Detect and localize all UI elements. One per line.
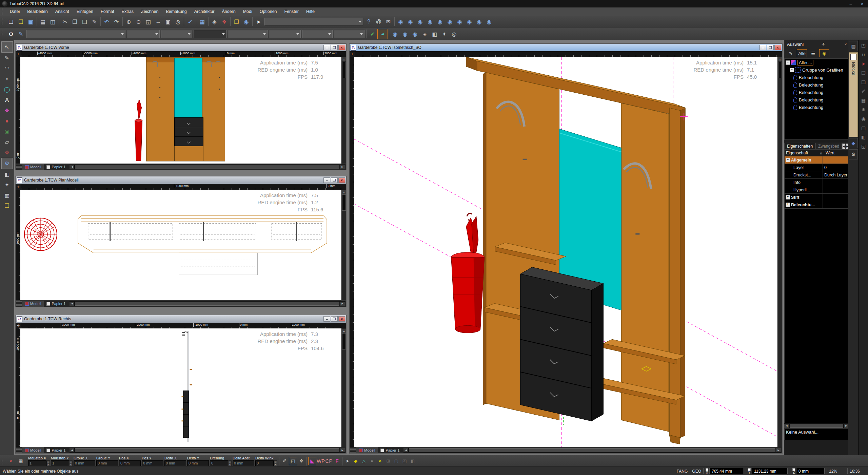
menu-optionen[interactable]: Optionen xyxy=(256,7,281,16)
open-palette-icon[interactable]: ❒ xyxy=(232,17,241,26)
scroll-thumb[interactable] xyxy=(75,165,339,169)
close-button[interactable]: × xyxy=(338,316,345,322)
edit-selection-icon[interactable]: ✎ xyxy=(786,49,796,57)
zoom-previous-icon[interactable]: ◎ xyxy=(173,17,183,26)
overlap-select-icon[interactable]: △ xyxy=(360,457,368,465)
angle-dropdown[interactable] xyxy=(302,30,333,38)
canvas-plan-view[interactable]: Application time (ms)7.5 RED engine time… xyxy=(20,190,341,300)
z-coordinate-field[interactable]: 0 mm xyxy=(796,468,825,474)
groesse-y-input[interactable]: 0 mm xyxy=(96,460,118,466)
scroll-right-icon[interactable]: ▶ xyxy=(340,302,345,306)
camera-pan-down-icon[interactable]: ◉ xyxy=(396,17,406,26)
property-group-beleuchtung[interactable]: + Beleuchtu... xyxy=(785,201,848,209)
menu-architektur[interactable]: Architektur xyxy=(191,7,218,16)
palette-tool-icon[interactable]: ❖ xyxy=(2,105,13,116)
camera-position-icon[interactable]: ◉ xyxy=(390,29,400,39)
spinner[interactable]: ▲▼ xyxy=(228,460,232,466)
mail-icon[interactable]: ✉ xyxy=(383,17,393,26)
close-button[interactable]: × xyxy=(338,177,345,183)
tab-modell[interactable]: Modell xyxy=(22,447,44,453)
at-symbol-icon[interactable]: @ xyxy=(374,17,383,26)
select-pointer-icon[interactable]: ➤ xyxy=(254,17,263,26)
bloecke-palette-tab[interactable]: Blöcke xyxy=(849,52,858,137)
circle-tool-icon[interactable]: ◯ xyxy=(2,84,13,95)
canvas-front-view[interactable]: Application time (ms)7.5 RED engine time… xyxy=(20,57,341,164)
menu-datei[interactable]: Datei xyxy=(6,7,23,16)
material-editor-icon[interactable]: ◧ xyxy=(2,169,13,179)
scroll-up-icon[interactable]: ▲ xyxy=(342,57,346,61)
horizontal-scrollbar[interactable]: ◀ ▶ xyxy=(403,448,781,453)
camera-pan-up-icon[interactable]: ◉ xyxy=(406,17,415,26)
redo-icon[interactable]: ↷ xyxy=(112,17,121,26)
select-open-window-icon[interactable]: ◣ xyxy=(308,457,316,465)
move-select-icon[interactable]: ⊞ xyxy=(384,457,392,465)
select-3d-mode-icon[interactable]: ◱ xyxy=(289,457,297,465)
frame-icon[interactable]: ▢ xyxy=(859,123,868,132)
tree-item-alles[interactable]: − Alles... xyxy=(785,59,848,66)
restore-button[interactable]: ❐ xyxy=(767,45,774,50)
lighting-icon[interactable]: ✦ xyxy=(439,29,449,39)
property-druckstil[interactable]: Druckst... Durch Layer xyxy=(785,171,848,179)
camera-rotate-ccw-icon[interactable]: ◉ xyxy=(425,17,435,26)
select-all-button[interactable]: Alle xyxy=(797,49,807,57)
zoom-level[interactable]: 12% xyxy=(829,469,845,474)
render-mode-icon[interactable]: ◕ xyxy=(377,29,388,39)
menu-extras[interactable]: Extras xyxy=(118,7,137,16)
scroll-up-icon[interactable]: ▲ xyxy=(778,57,782,61)
horizontal-scrollbar[interactable]: ◀ ▶ xyxy=(70,448,345,453)
tree-item-beleuchtung[interactable]: Beleuchtung xyxy=(785,103,848,111)
render-settings-icon[interactable]: ◧ xyxy=(430,29,439,39)
point-pattern-icon[interactable]: ▦ xyxy=(197,17,207,26)
cut-icon[interactable]: ✂ xyxy=(60,17,70,26)
camera-move-down-icon[interactable]: ◉ xyxy=(465,17,474,26)
camera-orbit-cw-icon[interactable]: ◉ xyxy=(435,17,445,26)
edit-pencil-icon[interactable]: ✐ xyxy=(859,87,868,96)
scroll-left-icon[interactable]: ◀ xyxy=(70,448,74,452)
scale-select-icon[interactable]: ◰ xyxy=(401,457,408,465)
cross-select-icon[interactable]: ✕ xyxy=(376,457,384,465)
canvas-isometric-view[interactable]: Application time (ms)15.1 RED engine tim… xyxy=(354,57,777,447)
zoom-page-icon[interactable]: ▣ xyxy=(163,17,173,26)
render-scene-icon[interactable]: ❖ xyxy=(219,17,229,26)
close-button[interactable]: × xyxy=(774,45,781,50)
spell-check-icon[interactable]: ✔ xyxy=(185,17,195,26)
tab-zwangsbedingungen[interactable]: Zwangsbed xyxy=(815,143,842,149)
vertical-scrollbar[interactable]: ▲ xyxy=(777,57,782,447)
shear-select-icon[interactable]: ◧ xyxy=(409,457,416,465)
group-outline-icon[interactable]: ◱ xyxy=(859,141,868,151)
expand-icon[interactable]: + xyxy=(790,68,794,72)
collapse-icon[interactable]: − xyxy=(786,158,790,162)
scroll-left-icon[interactable]: ◀ xyxy=(70,165,74,169)
scroll-right-icon[interactable]: ▶ xyxy=(340,448,345,452)
property-layer[interactable]: Layer 0 xyxy=(785,164,848,171)
restore-button[interactable]: ❐ xyxy=(331,177,338,183)
scroll-left-icon[interactable]: ◀ xyxy=(403,448,408,452)
tree-item-beleuchtung[interactable]: Beleuchtung xyxy=(785,89,848,96)
expand-icon[interactable]: + xyxy=(786,203,790,207)
tab-modell[interactable]: Modell xyxy=(22,164,44,170)
scroll-right-icon[interactable]: ▶ xyxy=(844,424,849,428)
scroll-thumb[interactable] xyxy=(342,194,346,211)
vertical-scrollbar[interactable]: ▲ xyxy=(341,328,346,447)
fill-select-icon[interactable]: ◆ xyxy=(352,457,359,465)
minimize-button[interactable]: – xyxy=(323,316,330,322)
select-crossing-cp-icon[interactable]: CP xyxy=(325,457,333,465)
tab-scroll-left-icon[interactable]: ◀ xyxy=(842,144,845,149)
camera-scene-icon[interactable]: ◈ xyxy=(210,17,219,26)
undo-icon[interactable]: ↶ xyxy=(102,17,112,26)
menu-zeichnen[interactable]: Zeichnen xyxy=(137,7,162,16)
app-close-button[interactable]: × xyxy=(856,0,868,7)
property-group-allgemein[interactable]: − Allgemein xyxy=(785,156,848,164)
edit-handles-icon[interactable]: ✐ xyxy=(281,457,288,465)
massstab-y-input[interactable]: 1 xyxy=(51,460,69,466)
sort-icon[interactable]: △ xyxy=(818,151,824,155)
scroll-up-icon[interactable]: ▲ xyxy=(342,329,346,333)
cancel-icon[interactable]: ✕ xyxy=(6,456,16,466)
array-icon[interactable]: ▦ xyxy=(859,96,868,105)
isolate-icon[interactable]: ● xyxy=(368,457,376,465)
color-dropdown[interactable] xyxy=(127,30,160,38)
half-square-icon[interactable]: ◧ xyxy=(859,132,868,141)
zoom-out-icon[interactable]: ⊖ xyxy=(134,17,143,26)
delta-abst-input[interactable]: 0 mm xyxy=(233,460,254,466)
app-minimize-button[interactable]: – xyxy=(845,0,856,7)
